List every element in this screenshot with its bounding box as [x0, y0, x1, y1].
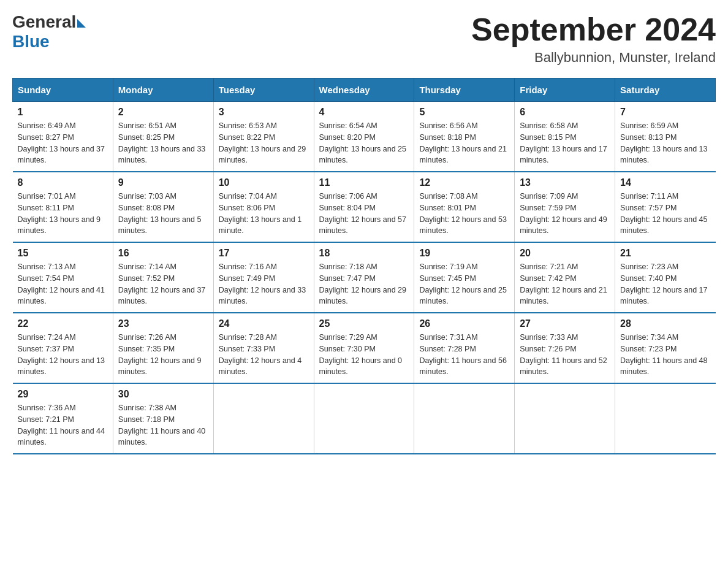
- day-number: 10: [219, 177, 309, 188]
- calendar-cell: 8Sunrise: 7:01 AMSunset: 8:11 PMDaylight…: [13, 172, 113, 242]
- calendar-cell: 2Sunrise: 6:51 AMSunset: 8:25 PMDaylight…: [113, 102, 213, 172]
- day-info: Sunrise: 6:49 AMSunset: 8:27 PMDaylight:…: [18, 120, 108, 166]
- day-info: Sunrise: 7:33 AMSunset: 7:26 PMDaylight:…: [520, 332, 610, 378]
- calendar-cell: 28Sunrise: 7:34 AMSunset: 7:23 PMDayligh…: [615, 313, 716, 383]
- column-header-sunday: Sunday: [13, 79, 113, 102]
- day-number: 19: [419, 248, 509, 259]
- day-number: 12: [419, 177, 509, 188]
- column-header-wednesday: Wednesday: [314, 79, 414, 102]
- day-number: 4: [319, 107, 409, 118]
- day-info: Sunrise: 6:56 AMSunset: 8:18 PMDaylight:…: [419, 120, 509, 166]
- calendar-week-row: 29Sunrise: 7:36 AMSunset: 7:21 PMDayligh…: [13, 383, 716, 454]
- calendar-cell: 20Sunrise: 7:21 AMSunset: 7:42 PMDayligh…: [515, 242, 615, 313]
- calendar-cell: [414, 383, 515, 454]
- day-info: Sunrise: 7:36 AMSunset: 7:21 PMDaylight:…: [18, 402, 108, 448]
- calendar-cell: 22Sunrise: 7:24 AMSunset: 7:37 PMDayligh…: [13, 313, 113, 383]
- day-number: 13: [520, 177, 610, 188]
- day-info: Sunrise: 7:19 AMSunset: 7:45 PMDaylight:…: [419, 261, 509, 307]
- day-number: 1: [18, 107, 108, 118]
- calendar-cell: [314, 383, 414, 454]
- day-info: Sunrise: 7:09 AMSunset: 7:59 PMDaylight:…: [520, 191, 610, 237]
- calendar-cell: 21Sunrise: 7:23 AMSunset: 7:40 PMDayligh…: [615, 242, 716, 313]
- logo: General Blue: [12, 12, 86, 52]
- day-info: Sunrise: 7:08 AMSunset: 8:01 PMDaylight:…: [419, 191, 509, 237]
- day-number: 17: [219, 248, 309, 259]
- day-info: Sunrise: 7:13 AMSunset: 7:54 PMDaylight:…: [18, 261, 108, 307]
- day-number: 22: [18, 318, 108, 329]
- day-number: 5: [419, 107, 509, 118]
- day-info: Sunrise: 7:34 AMSunset: 7:23 PMDaylight:…: [620, 332, 710, 378]
- day-number: 16: [118, 248, 208, 259]
- day-number: 26: [419, 318, 509, 329]
- day-info: Sunrise: 7:21 AMSunset: 7:42 PMDaylight:…: [520, 261, 610, 307]
- day-info: Sunrise: 6:58 AMSunset: 8:15 PMDaylight:…: [520, 120, 610, 166]
- calendar-cell: 19Sunrise: 7:19 AMSunset: 7:45 PMDayligh…: [414, 242, 515, 313]
- day-info: Sunrise: 7:11 AMSunset: 7:57 PMDaylight:…: [620, 191, 710, 237]
- calendar-cell: 14Sunrise: 7:11 AMSunset: 7:57 PMDayligh…: [615, 172, 716, 242]
- calendar-week-row: 22Sunrise: 7:24 AMSunset: 7:37 PMDayligh…: [13, 313, 716, 383]
- calendar-cell: 3Sunrise: 6:53 AMSunset: 8:22 PMDaylight…: [213, 102, 314, 172]
- day-number: 21: [620, 248, 710, 259]
- day-info: Sunrise: 6:54 AMSunset: 8:20 PMDaylight:…: [319, 120, 409, 166]
- calendar-cell: 24Sunrise: 7:28 AMSunset: 7:33 PMDayligh…: [213, 313, 314, 383]
- column-header-thursday: Thursday: [414, 79, 515, 102]
- calendar-table: SundayMondayTuesdayWednesdayThursdayFrid…: [12, 78, 716, 454]
- day-number: 20: [520, 248, 610, 259]
- calendar-cell: 26Sunrise: 7:31 AMSunset: 7:28 PMDayligh…: [414, 313, 515, 383]
- day-number: 7: [620, 107, 710, 118]
- day-number: 29: [18, 389, 108, 400]
- calendar-cell: 30Sunrise: 7:38 AMSunset: 7:18 PMDayligh…: [113, 383, 213, 454]
- day-info: Sunrise: 7:14 AMSunset: 7:52 PMDaylight:…: [118, 261, 208, 307]
- calendar-cell: 4Sunrise: 6:54 AMSunset: 8:20 PMDaylight…: [314, 102, 414, 172]
- day-number: 6: [520, 107, 610, 118]
- calendar-cell: 12Sunrise: 7:08 AMSunset: 8:01 PMDayligh…: [414, 172, 515, 242]
- day-number: 11: [319, 177, 409, 188]
- column-header-tuesday: Tuesday: [213, 79, 314, 102]
- day-number: 24: [219, 318, 309, 329]
- day-info: Sunrise: 7:01 AMSunset: 8:11 PMDaylight:…: [18, 191, 108, 237]
- column-header-friday: Friday: [515, 79, 615, 102]
- day-info: Sunrise: 7:24 AMSunset: 7:37 PMDaylight:…: [18, 332, 108, 378]
- logo-general-text: General: [12, 12, 76, 32]
- day-number: 27: [520, 318, 610, 329]
- calendar-cell: 16Sunrise: 7:14 AMSunset: 7:52 PMDayligh…: [113, 242, 213, 313]
- day-number: 3: [219, 107, 309, 118]
- day-info: Sunrise: 7:16 AMSunset: 7:49 PMDaylight:…: [219, 261, 309, 307]
- calendar-week-row: 8Sunrise: 7:01 AMSunset: 8:11 PMDaylight…: [13, 172, 716, 242]
- calendar-cell: 11Sunrise: 7:06 AMSunset: 8:04 PMDayligh…: [314, 172, 414, 242]
- day-info: Sunrise: 6:51 AMSunset: 8:25 PMDaylight:…: [118, 120, 208, 166]
- day-info: Sunrise: 6:53 AMSunset: 8:22 PMDaylight:…: [219, 120, 309, 166]
- calendar-week-row: 15Sunrise: 7:13 AMSunset: 7:54 PMDayligh…: [13, 242, 716, 313]
- day-number: 25: [319, 318, 409, 329]
- day-number: 23: [118, 318, 208, 329]
- month-year-title: September 2024: [471, 12, 716, 47]
- day-info: Sunrise: 7:06 AMSunset: 8:04 PMDaylight:…: [319, 191, 409, 237]
- calendar-cell: 27Sunrise: 7:33 AMSunset: 7:26 PMDayligh…: [515, 313, 615, 383]
- day-info: Sunrise: 7:26 AMSunset: 7:35 PMDaylight:…: [118, 332, 208, 378]
- calendar-cell: 10Sunrise: 7:04 AMSunset: 8:06 PMDayligh…: [213, 172, 314, 242]
- day-info: Sunrise: 7:29 AMSunset: 7:30 PMDaylight:…: [319, 332, 409, 378]
- location-subtitle: Ballybunnion, Munster, Ireland: [471, 50, 716, 66]
- page-header: General Blue September 2024 Ballybunnion…: [12, 12, 716, 66]
- day-number: 30: [118, 389, 208, 400]
- day-info: Sunrise: 7:23 AMSunset: 7:40 PMDaylight:…: [620, 261, 710, 307]
- day-info: Sunrise: 7:04 AMSunset: 8:06 PMDaylight:…: [219, 191, 309, 237]
- day-info: Sunrise: 7:03 AMSunset: 8:08 PMDaylight:…: [118, 191, 208, 237]
- calendar-cell: 17Sunrise: 7:16 AMSunset: 7:49 PMDayligh…: [213, 242, 314, 313]
- day-number: 9: [118, 177, 208, 188]
- calendar-cell: 5Sunrise: 6:56 AMSunset: 8:18 PMDaylight…: [414, 102, 515, 172]
- calendar-cell: 18Sunrise: 7:18 AMSunset: 7:47 PMDayligh…: [314, 242, 414, 313]
- calendar-cell: 29Sunrise: 7:36 AMSunset: 7:21 PMDayligh…: [13, 383, 113, 454]
- calendar-cell: 9Sunrise: 7:03 AMSunset: 8:08 PMDaylight…: [113, 172, 213, 242]
- day-info: Sunrise: 6:59 AMSunset: 8:13 PMDaylight:…: [620, 120, 710, 166]
- calendar-header-row: SundayMondayTuesdayWednesdayThursdayFrid…: [13, 79, 716, 102]
- column-header-saturday: Saturday: [615, 79, 716, 102]
- logo-blue-text: Blue: [12, 32, 86, 52]
- calendar-cell: 1Sunrise: 6:49 AMSunset: 8:27 PMDaylight…: [13, 102, 113, 172]
- calendar-cell: [515, 383, 615, 454]
- calendar-cell: 13Sunrise: 7:09 AMSunset: 7:59 PMDayligh…: [515, 172, 615, 242]
- day-number: 14: [620, 177, 710, 188]
- column-header-monday: Monday: [113, 79, 213, 102]
- day-number: 28: [620, 318, 710, 329]
- day-number: 18: [319, 248, 409, 259]
